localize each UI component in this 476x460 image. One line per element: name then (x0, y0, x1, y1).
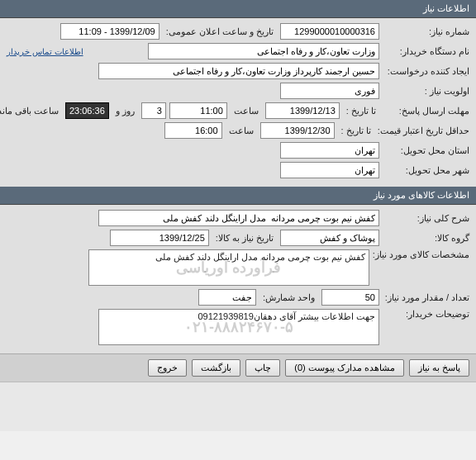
need-info-header: اطلاعات نیاز (0, 0, 476, 18)
buyer-org-label: نام دستگاه خریدار: (383, 46, 469, 57)
delivery-city-field[interactable] (280, 162, 379, 178)
general-desc-label: شرح کلی نیاز: (383, 213, 469, 224)
need-number-label: شماره نیاز: (383, 26, 469, 37)
remaining-label: ساعت باقی مانده (0, 106, 62, 116)
goods-specs-text: کفش نیم بوت چرمی مردانه مدل اراینگل دلند… (155, 252, 365, 262)
creator-field[interactable] (98, 63, 379, 79)
until-date-label: تا تاریخ : (343, 106, 379, 116)
back-button[interactable]: بازگشت (192, 359, 240, 377)
days-count-field[interactable] (141, 102, 166, 119)
announce-datetime-field[interactable] (60, 23, 159, 40)
price-until-date-field[interactable] (260, 122, 335, 139)
goods-info-header: اطلاعات کالاهای مورد نیاز (0, 187, 476, 205)
general-desc-field[interactable] (98, 210, 379, 226)
goods-info-body: شرح کلی نیاز: گروه کالا: تاریخ نیاز به ک… (0, 205, 476, 353)
goods-group-label: گروه کالا: (383, 233, 469, 244)
remaining-time-display: 23:06:36 (65, 102, 109, 119)
goods-history-label: تاریخ نیاز به کالا: (212, 233, 277, 244)
delivery-province-field[interactable] (280, 142, 379, 159)
days-and-label: روز و (112, 106, 138, 116)
delivery-city-label: شهر محل تحویل: (383, 165, 469, 176)
buyer-notes-text: جهت اطلاعات بیشتر آقای دهقان09121939819 (198, 311, 375, 321)
print-button[interactable]: چاپ (245, 359, 280, 377)
price-until-time-field[interactable] (164, 122, 222, 139)
min-price-history-label: حداقل تاریخ اعتبار قیمت: (378, 126, 469, 136)
priority-label: اولویت نیاز : (383, 86, 469, 97)
time-label-1: ساعت (231, 106, 262, 116)
unit-field[interactable] (198, 289, 256, 306)
until-time-field[interactable] (169, 102, 227, 119)
view-docs-button[interactable]: مشاهده مدارک پیوست (0) (285, 359, 404, 377)
until-date-field[interactable] (265, 102, 340, 119)
delivery-province-label: استان محل تحویل: (383, 145, 469, 156)
qty-field[interactable] (321, 289, 379, 306)
priority-field[interactable] (280, 83, 379, 99)
goods-specs-box[interactable]: فرآورده اوریاسی کفش نیم بوت چرمی مردانه … (88, 249, 369, 286)
time-label-2: ساعت (226, 126, 257, 136)
goods-specs-label: مشخصات کالای مورد نیاز: (373, 249, 469, 260)
buyer-org-field[interactable] (148, 43, 379, 59)
until-date-label-2: تا تاریخ : (338, 126, 374, 136)
response-deadline-label: مهلت ارسال پاسخ: (383, 106, 469, 116)
footer-area (0, 382, 476, 431)
unit-label: واحد شمارش: (259, 292, 318, 303)
buyer-notes-box[interactable]: ۰۲۱-۸۸۸۲۴۶۷۰-۵ جهت اطلاعات بیشتر آقای ده… (98, 309, 379, 345)
need-number-field[interactable] (280, 23, 379, 40)
buyer-notes-label: توضیحات خریدار: (383, 309, 469, 320)
need-info-body: شماره نیاز: تاریخ و ساعت اعلان عمومی: نا… (0, 18, 476, 187)
respond-button[interactable]: پاسخ به نیاز (409, 359, 469, 377)
button-bar: پاسخ به نیاز مشاهده مدارک پیوست (0) چاپ … (0, 353, 476, 382)
qty-label: تعداد / مقدار مورد نیاز: (383, 292, 469, 303)
exit-button[interactable]: خروج (148, 359, 187, 377)
contact-info-link[interactable]: اطلاعات تماس خریدار (7, 47, 83, 56)
announce-datetime-label: تاریخ و ساعت اعلان عمومی: (163, 26, 277, 37)
goods-group-field[interactable] (280, 230, 379, 246)
creator-label: ایجاد کننده درخواست: (383, 66, 469, 77)
goods-history-date-field[interactable] (110, 230, 209, 246)
